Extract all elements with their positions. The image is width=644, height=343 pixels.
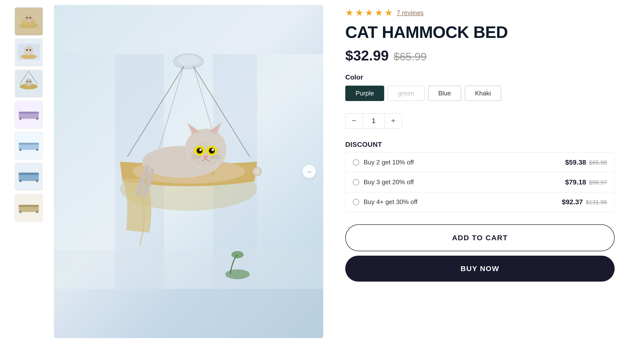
star-3: ★	[365, 7, 373, 18]
color-btn-khaki[interactable]: Khaki	[465, 86, 501, 101]
discount-row-2[interactable]: Buy 3 get 20% off $79.18 $98.97	[346, 172, 614, 192]
thumbnail-4[interactable]	[15, 100, 43, 129]
svg-point-55	[212, 172, 214, 175]
price-original: $65.99	[394, 51, 426, 63]
discount-label-3: Buy 4+ get 30% off	[364, 198, 418, 206]
svg-point-58	[255, 169, 260, 174]
star-2: ★	[355, 7, 364, 18]
svg-point-11	[26, 49, 28, 51]
add-to-cart-button[interactable]: ADD TO CART	[345, 224, 614, 251]
svg-point-12	[30, 49, 31, 51]
discount-left-2: Buy 3 get 20% off	[353, 178, 414, 186]
svg-point-69	[197, 148, 202, 154]
svg-point-3	[24, 14, 33, 23]
product-title: CAT HAMMOCK BED	[345, 23, 614, 41]
thumbnail-6[interactable]	[15, 163, 43, 191]
discount-original-3: $131.96	[586, 199, 607, 206]
color-btn-green[interactable]: green	[388, 86, 424, 101]
svg-point-28	[19, 149, 22, 151]
color-btn-purple[interactable]: Purple	[345, 86, 384, 101]
thumbnail-7[interactable]	[15, 194, 43, 222]
star-5: ★	[384, 7, 393, 18]
svg-rect-78	[54, 250, 323, 289]
discount-left-1: Buy 2 get 10% off	[353, 159, 414, 166]
svg-point-72	[212, 148, 214, 151]
svg-line-77	[211, 158, 221, 158]
discount-section: DISCOUNT Buy 2 get 10% off $59.38 $65.98	[345, 141, 614, 212]
product-details-panel: ★ ★ ★ ★ ★ 7 reviews CAT HAMMOCK BED $32.…	[330, 5, 629, 338]
discount-right-1: $59.38 $65.98	[565, 159, 607, 166]
radio-2	[353, 179, 359, 185]
svg-point-71	[199, 148, 202, 151]
svg-point-79	[225, 269, 250, 279]
discount-row-1[interactable]: Buy 2 get 10% off $59.38 $65.98	[346, 153, 614, 172]
svg-point-70	[209, 148, 215, 154]
svg-rect-37	[18, 205, 39, 207]
quantity-value: 1	[363, 113, 385, 128]
svg-point-24	[36, 118, 38, 120]
svg-rect-32	[18, 173, 39, 175]
quantity-increase-button[interactable]: +	[385, 113, 402, 128]
svg-point-38	[19, 211, 22, 213]
color-btn-blue[interactable]: Blue	[428, 86, 461, 101]
svg-rect-22	[18, 112, 39, 113]
thumbnail-2[interactable]	[15, 38, 43, 66]
discount-price-2: $79.18	[565, 178, 586, 186]
discount-label-1: Buy 2 get 10% off	[364, 159, 414, 166]
svg-point-44	[178, 55, 200, 65]
color-label: Color	[345, 73, 614, 81]
svg-point-17	[25, 78, 32, 86]
svg-point-6	[28, 19, 30, 20]
svg-point-23	[19, 118, 22, 120]
reviews-link[interactable]: 7 reviews	[397, 9, 424, 17]
radio-1	[353, 159, 359, 166]
color-options: Purple green Blue Khaki	[345, 86, 614, 101]
discount-original-2: $98.97	[589, 179, 607, 186]
discount-label-2: Buy 3 get 20% off	[364, 178, 414, 186]
radio-3	[353, 199, 359, 205]
reviews-row: ★ ★ ★ ★ ★ 7 reviews	[345, 7, 614, 18]
svg-point-4	[26, 17, 28, 19]
discount-original-1: $65.98	[589, 159, 607, 166]
discount-title: DISCOUNT	[345, 141, 614, 148]
svg-point-56	[224, 167, 227, 171]
svg-point-34	[36, 180, 38, 182]
svg-rect-27	[18, 143, 39, 145]
discount-options: Buy 2 get 10% off $59.38 $65.98 Buy 3 ge…	[345, 152, 614, 212]
svg-point-19	[30, 81, 31, 82]
svg-point-73	[203, 155, 208, 159]
discount-right-2: $79.18 $98.97	[565, 178, 607, 186]
svg-point-18	[26, 81, 28, 82]
discount-right-3: $92.37 $131.96	[562, 198, 607, 206]
svg-point-29	[36, 149, 38, 151]
price-row: $32.99 $65.99	[345, 47, 614, 64]
price-current: $32.99	[345, 47, 388, 64]
star-1: ★	[345, 7, 354, 18]
svg-point-33	[19, 180, 22, 182]
arrow-icon: →	[306, 168, 312, 175]
discount-price-3: $92.37	[562, 198, 583, 206]
discount-left-3: Buy 4+ get 30% off	[353, 198, 418, 206]
next-image-button[interactable]: →	[302, 165, 316, 178]
svg-point-39	[36, 211, 38, 213]
thumbnail-3[interactable]	[15, 69, 43, 98]
thumbnail-5[interactable]	[15, 132, 43, 160]
discount-price-1: $59.38	[565, 159, 586, 166]
quantity-selector: − 1 +	[345, 113, 402, 128]
svg-point-80	[232, 251, 244, 258]
buy-now-button[interactable]: BUY NOW	[345, 256, 614, 282]
thumbnail-list	[15, 5, 46, 338]
svg-point-62	[191, 142, 220, 167]
star-4: ★	[375, 7, 383, 18]
star-rating: ★ ★ ★ ★ ★	[345, 7, 393, 18]
svg-point-10	[24, 46, 34, 55]
discount-row-3[interactable]: Buy 4+ get 30% off $92.37 $131.96	[346, 192, 614, 212]
quantity-decrease-button[interactable]: −	[346, 113, 363, 128]
main-product-image: →	[54, 5, 323, 338]
svg-point-5	[30, 17, 31, 19]
svg-line-75	[190, 158, 200, 158]
thumbnail-1[interactable]	[15, 7, 43, 35]
